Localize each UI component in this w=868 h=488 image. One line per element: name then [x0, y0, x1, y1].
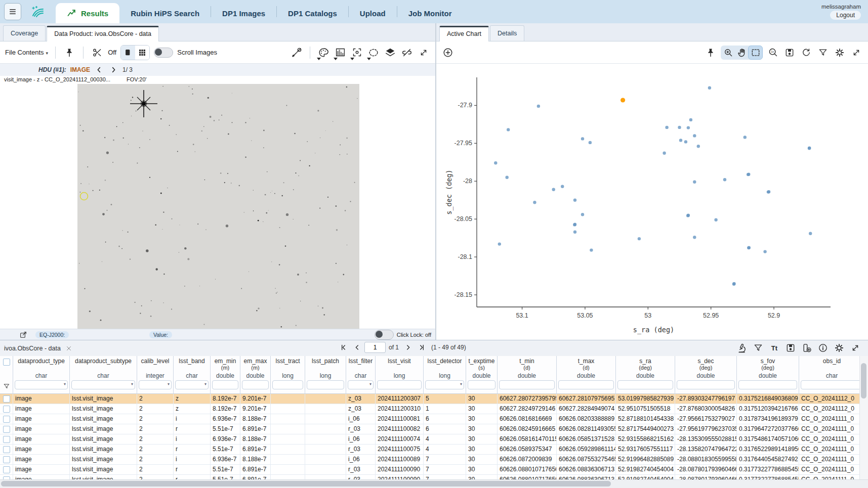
table-row[interactable]: imagelsst.visit_image2r5.51e-76.891e-7r_…: [0, 424, 860, 434]
column-header-em_max[interactable]: em_max(m)double: [240, 356, 271, 393]
prev-page-icon[interactable]: [351, 341, 363, 353]
filter-table-icon[interactable]: [752, 341, 765, 354]
column-header-lsst_tract[interactable]: lsst_tractlong: [271, 356, 305, 393]
fits-image[interactable]: [77, 84, 359, 329]
table-row[interactable]: imagelsst.visit_image2r5.51e-76.891e-7r_…: [0, 445, 860, 455]
expand-chart-icon[interactable]: [850, 46, 863, 59]
column-header-lsst_patch[interactable]: lsst_patchlong: [305, 356, 346, 393]
click-lock-toggle[interactable]: [375, 330, 394, 340]
grid-view-button[interactable]: [135, 46, 149, 60]
nav-tab-dp1-catalogs[interactable]: DP1 Catalogs: [277, 3, 348, 23]
popout-readout-icon[interactable]: [18, 330, 28, 340]
row-checkbox[interactable]: [3, 426, 10, 433]
table-vertical-scrollbar[interactable]: [859, 356, 868, 479]
pan-hand-icon[interactable]: [735, 46, 749, 59]
table-row[interactable]: imagelsst.visit_image2z8.192e-79.201e-7z…: [0, 394, 860, 404]
column-header-obs_id[interactable]: obs_idchar: [799, 356, 860, 393]
column-filter-select-dataproduct_subtype[interactable]: [71, 380, 135, 389]
add-chart-icon[interactable]: [441, 46, 454, 59]
row-checkbox[interactable]: [3, 395, 10, 403]
table-horizontal-scrollbar[interactable]: [0, 479, 868, 488]
nav-tab-rubin-hips-search[interactable]: Rubin HiPS Search: [119, 3, 211, 23]
column-header-t_min[interactable]: t_min(d)double: [498, 356, 557, 393]
single-view-button[interactable]: [121, 46, 135, 60]
column-header-t_max[interactable]: t_max(d)double: [557, 356, 616, 393]
column-filter-input-em_min[interactable]: [212, 380, 238, 389]
layers-icon[interactable]: [384, 46, 397, 59]
last-page-icon[interactable]: [415, 341, 427, 353]
nav-tab-job-monitor[interactable]: Job Monitor: [397, 3, 463, 23]
table-row[interactable]: imagelsst.visit_image2z8.192e-79.201e-7z…: [0, 404, 860, 414]
filter-chart-icon[interactable]: [816, 46, 830, 59]
column-filter-input-s_dec[interactable]: [677, 380, 735, 389]
column-filter-select-lsst_detector[interactable]: [425, 380, 464, 389]
page-number-input[interactable]: [364, 342, 386, 353]
menu-button[interactable]: [4, 3, 21, 20]
select-region-icon[interactable]: [367, 46, 380, 59]
first-page-icon[interactable]: [338, 341, 350, 353]
close-table-icon[interactable]: [64, 343, 74, 353]
logout-button[interactable]: Logout: [830, 11, 861, 20]
recenter-icon[interactable]: [350, 46, 363, 59]
filter-row-icon[interactable]: [2, 381, 12, 391]
column-header-lsst_band[interactable]: lsst_bandchar: [174, 356, 211, 393]
row-checkbox[interactable]: [3, 436, 10, 443]
tab-details[interactable]: Details: [490, 25, 524, 41]
column-filter-input-em_max[interactable]: [242, 380, 269, 389]
row-checkbox[interactable]: [3, 416, 10, 423]
row-checkbox[interactable]: [3, 406, 10, 413]
column-header-em_min[interactable]: em_min(m)double: [211, 356, 240, 393]
row-checkbox[interactable]: [3, 446, 10, 453]
zoom-in-icon[interactable]: [721, 46, 735, 59]
zoom-original-icon[interactable]: 1x: [766, 46, 779, 59]
column-filter-input-lsst_tract[interactable]: [272, 380, 303, 389]
column-filter-select-lsst_band[interactable]: [175, 380, 209, 389]
table-row[interactable]: imagelsst.visit_image2r5.51e-76.891e-7r_…: [0, 465, 860, 475]
column-filter-input-t_min[interactable]: [499, 380, 555, 389]
crop-scissors-icon[interactable]: [91, 46, 104, 59]
column-filter-input-s_fov[interactable]: [738, 380, 797, 389]
column-header-s_dec[interactable]: s_dec(deg)double: [675, 356, 737, 393]
next-hdu-icon[interactable]: [108, 65, 118, 75]
nav-tab-results[interactable]: Results: [56, 3, 119, 23]
column-header-s_ra[interactable]: s_ra(deg)double: [616, 356, 675, 393]
column-header-lsst_detector[interactable]: lsst_detectorlong: [424, 356, 466, 393]
column-header-lsst_filter[interactable]: lsst_filterchar: [346, 356, 376, 393]
save-chart-icon[interactable]: [783, 46, 796, 59]
box-select-icon[interactable]: [749, 46, 762, 59]
scatter-chart[interactable]: 53.153.055352.9552.9-27.9-27.95-28-28.05…: [436, 64, 868, 342]
column-header-calib_level[interactable]: calib_levelinteger: [137, 356, 174, 393]
expand-panel-icon[interactable]: [417, 46, 430, 59]
column-filter-input-obs_id[interactable]: [801, 380, 860, 389]
table-row[interactable]: imagelsst.visit_image2i6.936e-78.188e-7i…: [0, 455, 860, 465]
expand-table-icon[interactable]: [849, 341, 862, 354]
column-filter-select-lsst_filter[interactable]: [348, 380, 374, 389]
restore-chart-icon[interactable]: [800, 46, 813, 59]
nav-tab-upload[interactable]: Upload: [349, 3, 397, 23]
table-row[interactable]: imagelsst.visit_image2i6.936e-78.188e-7i…: [0, 434, 860, 445]
table-settings-icon[interactable]: [833, 341, 846, 354]
row-checkbox[interactable]: [3, 456, 10, 463]
tab-coverage[interactable]: Coverage: [3, 25, 46, 41]
horizontal-scroll-thumb[interactable]: [1, 481, 611, 486]
column-header-t_exptime[interactable]: t_exptime(s)double: [466, 356, 498, 393]
column-filter-select-calib_level[interactable]: [139, 380, 172, 389]
pin-chart-icon[interactable]: [704, 46, 717, 59]
pin-icon[interactable]: [63, 46, 76, 59]
column-header-dataproduct_subtype[interactable]: dataproduct_subtypechar: [70, 356, 137, 393]
tab-active-chart[interactable]: Active Chart: [439, 26, 489, 41]
scroll-images-toggle[interactable]: [154, 48, 173, 58]
column-filter-input-lsst_visit[interactable]: [377, 380, 422, 389]
select-all-checkbox[interactable]: [3, 359, 10, 366]
column-filter-input-lsst_patch[interactable]: [307, 380, 344, 389]
unlink-icon[interactable]: [400, 46, 414, 59]
chart-settings-icon[interactable]: [833, 46, 846, 59]
nav-tab-dp1-images[interactable]: DP1 Images: [211, 3, 276, 23]
value-readout-label[interactable]: Value:: [149, 331, 172, 338]
next-page-icon[interactable]: [402, 341, 414, 353]
tab-data-product-ivoa-obscore-data[interactable]: Data Product: ivoa.ObsCore - data: [47, 26, 159, 41]
column-header-lsst_visit[interactable]: lsst_visitlong: [376, 356, 424, 393]
add-column-icon[interactable]: [800, 341, 813, 354]
row-checkbox[interactable]: [3, 466, 10, 473]
column-filter-input-t_exptime[interactable]: [468, 380, 495, 389]
